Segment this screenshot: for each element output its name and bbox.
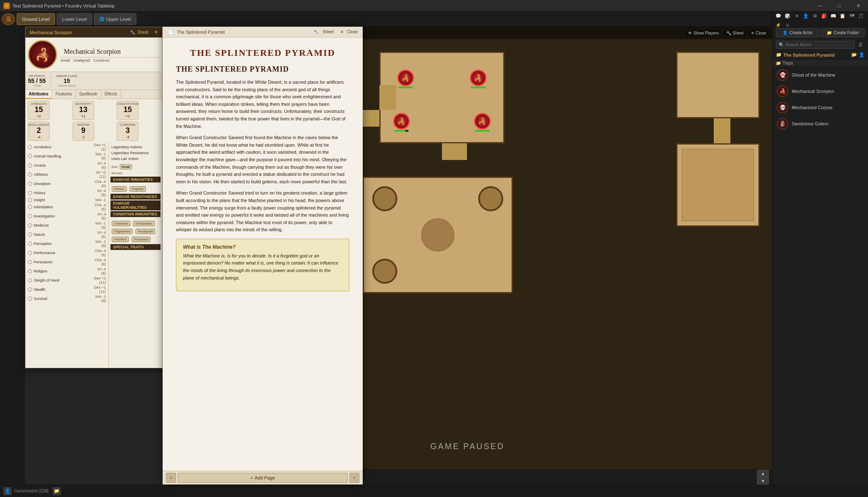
skill-history[interactable]: HistoryInt -4 (6) [25,188,108,197]
skill-athletics[interactable]: AthleticsStr +2 (12) [25,170,108,179]
folder-title: The Splintered Pyramid [783,52,835,57]
folder-expand-icon[interactable]: 📂 [851,52,857,57]
actor-list-item-1[interactable]: 🦂Mechanical Scorpion [773,83,868,100]
skill-insight[interactable]: InsightWis -1 [25,197,108,202]
actor-search-input[interactable] [785,42,852,47]
items-icon[interactable]: 🎒 [820,12,828,20]
scene-menu-icon[interactable]: ☰ [2,13,15,25]
add-page-button[interactable]: + Add Page [178,473,348,483]
ability-charisma[interactable]: Charisma 3 -4 [117,122,138,141]
tab-effects[interactable]: Effects [101,90,121,99]
traps-header[interactable]: 📁 Traps [773,59,868,67]
skill-performance[interactable]: PerformanceCha -4 (6) [25,248,108,257]
scene-tab-ground[interactable]: Ground Level [17,13,55,25]
actor-list-item-2[interactable]: 💀Mechanized Corpse [773,100,868,116]
journal-document: 📄 The Splintered Pyramid 🔧 Sheet ✕ Close… [163,27,363,485]
show-players-button[interactable]: 👁 Show Players [685,30,721,36]
scene-tab-upper[interactable]: 🌐 Upper Level [94,13,136,25]
skill-name: Deception [34,182,92,186]
skill-ability: Wis -1 (9) [93,221,106,230]
tables-icon[interactable]: 📋 [838,12,847,20]
actor-list-item-3[interactable]: 🗿Sandstone Golem [773,116,868,132]
tab-features[interactable]: Features [52,90,75,99]
actor-avatar: 👻 [777,69,788,81]
scene-tab-lower[interactable]: Lower Level [57,13,92,25]
prev-page-button[interactable]: ‹ [166,473,176,483]
skill-medicine[interactable]: MedicineWis -1 (9) [25,221,108,230]
close-map-button[interactable]: ✕ Close [748,30,769,36]
status-user-icon[interactable]: 👤 [3,487,12,495]
skill-ability: Cha -4 (6) [93,258,106,266]
skill-intimidation[interactable]: IntimidationCha -4 (6) [25,202,108,212]
doc-close-label[interactable]: Close [347,30,358,34]
skill-nature[interactable]: NatureInt -4 (6) [25,230,108,239]
doc-icon: 📄 [168,29,173,35]
chat-icon[interactable]: 💬 [774,12,783,20]
skill-investigation[interactable]: InvestigationInt -4 (6) [25,212,108,221]
skill-check [28,269,32,273]
tab-attributes[interactable]: Attributes [25,90,52,99]
damage-vulnerabilities-header: Damage Vulnerabilities [110,200,161,210]
scenes-icon[interactable]: 🗺 [848,12,856,20]
sheet-button[interactable]: 🔧 Sheet [724,30,746,36]
music-icon[interactable]: 🎵 [857,12,865,20]
skill-check [28,242,32,246]
hp-label: Hit Points [29,75,45,77]
skill-ability: Cha -4 (6) [93,249,106,257]
actor-search-box[interactable]: 🔍 [776,41,855,49]
ability-intelligence[interactable]: Intelligence 2 -4 [28,122,50,141]
skill-arcana[interactable]: ArcanaInt -4 (6) [25,161,108,170]
corridor-3 [714,118,730,143]
right-sidebar: 💬 🎲 ✕ 👤 ⚙ 🎒 📖 📋 🗺 🎵 ⚡ ⚔ 👤 Create Actor 📁… [772,12,868,485]
skill-stealth[interactable]: StealthDex +1 (11) [25,285,108,294]
create-actor-label: Create Actor [789,30,813,35]
status-folder-icon[interactable]: 📁 [53,487,61,495]
create-folder-button[interactable]: 📁 Create Folder [821,28,865,37]
actor-close-icon[interactable]: ✕ [154,30,158,35]
create-actor-button[interactable]: 👤 Create Actor [776,28,820,37]
ability-strength[interactable]: Strength 15 +2 [28,101,50,120]
app-title: Test Splintered Pyramid • Foundry Virtua… [13,3,115,8]
close-chat-icon[interactable]: ✕ [793,12,801,20]
zoom-down-button[interactable]: ▼ [757,477,769,485]
ability-wisdom[interactable]: Wisdom 9 -1 [73,122,94,141]
skill-name: Survival [34,297,92,301]
maximize-button[interactable]: □ [830,0,849,12]
filter-icon[interactable]: ☰ [856,40,865,49]
actor-portrait[interactable]: 🦂 [28,40,57,69]
dungeon-room-main: 🦂 🦂 🦂 🦂 [379,52,504,143]
skill-sleight-of-hand[interactable]: Sleight of HandDex +1 (11) [25,276,108,285]
users-icon[interactable]: 👤 [802,12,810,20]
skill-survival[interactable]: SurvivalWis -1 (9) [25,294,108,303]
skill-check [28,182,32,186]
ability-constitution[interactable]: Constitution 15 +2 [117,101,138,120]
next-page-button[interactable]: › [349,473,359,483]
dice-icon[interactable]: 🎲 [783,12,792,20]
doc-main-title: The Splintered Pyramid [176,47,349,58]
ability-dexterity[interactable]: Dexterity 13 +1 [73,101,94,120]
skill-animal-handling[interactable]: Animal HandlingWis -1 (9) [25,152,108,161]
journal-doc-body: The Splintered Pyramid The Splintered Py… [163,37,363,471]
skill-persuasion[interactable]: PersuasionCha -4 (6) [25,257,108,267]
folder-add-icon[interactable]: 👤 [859,52,865,57]
token-4[interactable]: 🦂 [474,113,491,130]
settings-icon[interactable]: ⚙ [811,12,819,20]
skill-religion[interactable]: ReligionInt -4 (6) [25,267,108,276]
skill-deception[interactable]: DeceptionCha -4 (6) [25,179,108,188]
actor-list-item-0[interactable]: 👻Ghost of the Machine [773,67,868,83]
abilities-grid: Strength 15 +2 Dexterity 13 +1 Constitut… [25,99,162,142]
skill-perception[interactable]: PerceptionWis -1 (9) [25,239,108,248]
skill-ability: Cha -4 (6) [93,180,106,188]
zoom-up-button[interactable]: ▲ [757,470,769,477]
skill-check [28,205,32,209]
doc-close-icon[interactable]: ✕ [340,30,344,34]
token-2[interactable]: 🦂 [470,70,487,86]
close-button[interactable]: ✕ [849,0,868,12]
token-3[interactable]: 🦂 [393,113,410,130]
token-1[interactable]: 🦂 [397,70,414,86]
skill-acrobatics[interactable]: AcrobaticsDex +1 (1) [25,142,108,152]
minimize-button[interactable]: — [810,0,830,12]
actor-item-name: Ghost of the Machine [792,72,835,77]
journal-icon[interactable]: 📖 [829,12,838,20]
tab-spellbook[interactable]: Spellbook [76,90,101,99]
